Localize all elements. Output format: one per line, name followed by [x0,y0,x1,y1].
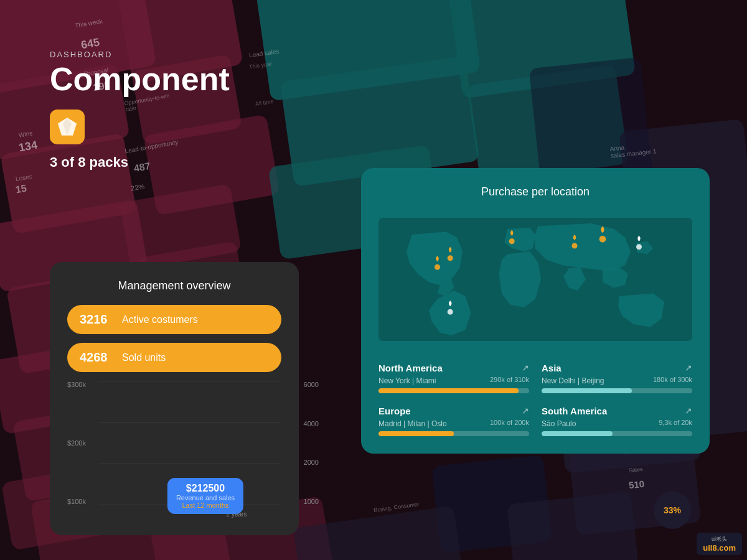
chart-y-labels: $300k $200k $100k [67,381,86,518]
bar-group-4: $212500 Revenue and sales Last 12 months [192,515,219,518]
asia-progress-fill [542,388,632,393]
y-label-2: $200k [67,439,86,447]
r-label-2: 4000 [304,420,319,427]
sold-units-label: Sold units [122,352,166,363]
bar-group-6 [254,515,281,518]
location-europe-header: Europe ↗ [378,406,529,416]
r-label-1: 6000 [304,381,319,388]
svg-point-3 [435,264,440,270]
na-cities-row: New York | Miami 290k of 310k [378,376,529,388]
location-grid: North America ↗ New York | Miami 290k of… [378,363,692,436]
svg-point-5 [509,238,515,244]
active-customers-label: Active costumers [122,314,198,325]
location-na-name: North America [378,363,443,373]
active-customers-pill[interactable]: 3216 Active costumers [67,305,281,334]
location-asia[interactable]: Asia ↗ New Delhi | Beijing 180k of 300k [542,363,692,393]
location-na-header: North America ↗ [378,363,529,373]
deco-right-9: 510 [628,478,645,491]
y-label-3: $100k [67,498,86,505]
bar-group-1 [98,515,126,518]
location-asia-name: Asia [542,363,561,373]
location-asia-arrow: ↗ [685,363,692,373]
location-asia-cities: New Delhi | Beijing [542,376,604,385]
r-label-4: 1000 [304,498,319,505]
location-sa-arrow: ↗ [685,406,692,416]
header-area: DASHBOARD Component 3 of 8 packs [50,50,230,170]
purchase-card-title: Purchase per location [378,185,692,198]
europe-progress-fill [378,431,454,436]
watermark-top: ui老头 [712,535,727,543]
bar-group-2 [129,515,157,518]
location-europe-arrow: ↗ [522,406,529,416]
location-europe-cities: Madrid | Milan | Oslo [378,419,447,428]
sa-cities-row: São Paulo 9,3k of 20k [542,419,692,431]
percent-badge: 33% [654,492,691,529]
watermark: ui老头 uil8.com [697,533,742,555]
location-europe-value: 100k of 200k [490,419,529,426]
active-customers-number: 3216 [80,312,112,327]
sketch-icon [50,110,85,144]
sold-units-number: 4268 [80,350,112,365]
location-sa-cities: São Paulo [542,419,576,428]
svg-point-7 [572,243,578,249]
sa-progress-fill [542,431,613,436]
location-europe[interactable]: Europe ↗ Madrid | Milan | Oslo 100k of 2… [378,406,529,436]
management-card-title: Management overview [67,279,281,292]
na-progress-fill [378,388,519,393]
highlight-sublabel: Revenue and sales [176,494,235,502]
purchase-card: Purchase per location [361,168,710,454]
location-na-value: 290k of 310k [490,376,529,383]
percent-value: 33% [664,505,681,515]
deco-text-8: 15 [15,183,28,196]
pack-label: 3 of 8 packs [50,154,230,170]
revenue-chart: $300k $200k $100k [67,381,281,518]
watermark-box: ui老头 uil8.com [697,533,742,555]
sa-progress-bg [542,431,692,436]
europe-cities-row: Madrid | Milan | Oslo 100k of 200k [378,419,529,431]
highlight-amount: $212500 [176,483,235,494]
watermark-brand: uil8.com [703,543,736,553]
chart-right-labels: 6000 4000 2000 1000 [304,381,319,505]
svg-point-6 [599,236,606,243]
management-card: Management overview 3216 Active costumer… [50,262,299,535]
location-asia-value: 180k of 300k [653,376,692,383]
highlight-label: $212500 Revenue and sales Last 12 months [167,478,243,514]
chart-bars: $212500 Revenue and sales Last 12 months… [98,381,281,518]
y-label-1: $300k [67,381,86,388]
svg-point-8 [636,244,642,250]
location-asia-header: Asia ↗ [542,363,692,373]
location-sa-name: South America [542,406,607,416]
location-na-cities: New York | Miami [378,376,436,385]
location-sa-value: 9,3k of 20k [659,419,692,426]
europe-progress-bg [378,431,529,436]
location-europe-name: Europe [378,406,411,416]
location-north-america[interactable]: North America ↗ New York | Miami 290k of… [378,363,529,393]
header-title: Component [50,62,230,97]
location-sa-header: South America ↗ [542,406,692,416]
bar-group-3 [161,515,188,518]
location-south-america[interactable]: South America ↗ São Paulo 9,3k of 20k [542,406,692,436]
header-label: DASHBOARD [50,50,230,59]
sold-units-pill[interactable]: 4268 Sold units [67,343,281,372]
r-label-3: 2000 [304,459,319,466]
svg-point-4 [448,255,453,261]
na-progress-bg [378,388,529,393]
highlight-period: Last 12 months [176,502,235,509]
svg-point-9 [448,309,453,315]
asia-cities-row: New Delhi | Beijing 180k of 300k [542,376,692,388]
location-na-arrow: ↗ [522,363,529,373]
world-map [378,211,692,348]
asia-progress-bg [542,388,692,393]
